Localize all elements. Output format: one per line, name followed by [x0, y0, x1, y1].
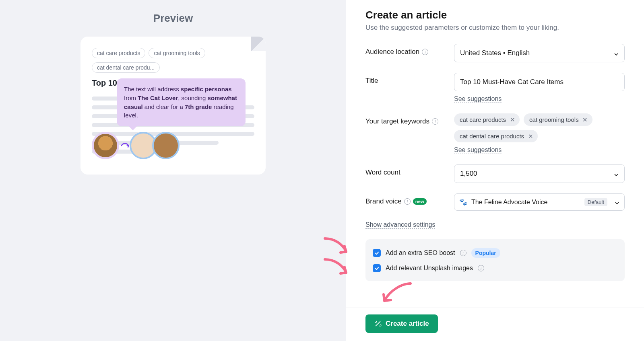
tag-text: cat care products — [460, 116, 506, 123]
label-text: Title — [365, 77, 378, 85]
info-icon[interactable]: i — [478, 265, 484, 271]
avatar-cat — [92, 132, 119, 159]
row-title: Title Top 10 Must-Have Cat Care Items Se… — [365, 73, 625, 103]
tooltip-bold: 7th grade — [185, 103, 212, 110]
chevron-down-icon — [615, 200, 619, 205]
tag-text: cat grooming tools — [529, 116, 579, 123]
label-text: Word count — [365, 168, 400, 177]
select-value: The Feline Advocate Voice — [471, 199, 547, 206]
label-text: Brand voice — [365, 197, 402, 205]
tooltip-bold: The Cat Lover — [138, 94, 178, 101]
unsplash-label: Add relevant Unsplash images — [386, 265, 473, 272]
row-keywords: Your target keywords i cat care products… — [365, 113, 625, 154]
label-audience: Audience location i — [365, 44, 454, 56]
form-panel: Create an article Use the suggested para… — [346, 0, 644, 341]
keywords-suggestions-link[interactable]: See suggestions — [454, 146, 502, 154]
preview-card: cat care products cat grooming tools cat… — [80, 37, 266, 175]
persona-avatars — [92, 132, 180, 159]
wordcount-select[interactable]: 1,500 — [454, 164, 625, 183]
title-suggestions-link[interactable]: See suggestions — [454, 95, 502, 103]
select-value: United States • English — [460, 49, 530, 57]
seo-boost-row: Add an extra SEO boost i Popular — [373, 245, 617, 261]
info-icon[interactable]: i — [432, 118, 438, 125]
page-title: Create an article — [365, 9, 625, 21]
keyword-tag: cat dental care products ✕ — [454, 130, 538, 142]
tag-text: cat dental care products — [460, 133, 524, 140]
tooltip-text: from — [124, 94, 138, 101]
preview-keyword-row: cat dental care produ... — [92, 62, 254, 73]
remove-tag-icon[interactable]: ✕ — [509, 117, 516, 123]
brandvoice-select[interactable]: 🐾 The Feline Advocate Voice Default — [454, 193, 625, 211]
paw-icon: 🐾 — [459, 198, 467, 206]
info-icon[interactable]: i — [404, 198, 411, 205]
advanced-settings-link[interactable]: Show advanced settings — [365, 221, 435, 229]
preview-panel: Preview cat care products cat grooming t… — [0, 0, 346, 341]
row-brandvoice: Brand voice i new 🐾 The Feline Advocate … — [365, 193, 625, 211]
popular-badge: Popular — [471, 248, 500, 258]
title-input[interactable]: Top 10 Must-Have Cat Care Items — [454, 73, 625, 91]
footer-bar: Create article — [346, 308, 644, 333]
seo-boost-label: Add an extra SEO boost — [386, 249, 455, 257]
chevron-down-icon — [614, 171, 619, 176]
magic-wand-icon — [374, 320, 382, 327]
info-icon[interactable]: i — [422, 49, 428, 55]
remove-tag-icon[interactable]: ✕ — [527, 133, 534, 140]
preview-heading: Preview — [0, 12, 346, 25]
unsplash-checkbox[interactable] — [373, 264, 381, 272]
button-label: Create article — [386, 320, 429, 328]
tooltip-text: , sounding — [178, 94, 207, 101]
keyword-tag: cat grooming tools ✕ — [524, 113, 592, 126]
seo-boost-checkbox[interactable] — [373, 249, 381, 257]
boost-options-box: Add an extra SEO boost i Popular Add rel… — [365, 239, 625, 281]
preview-keyword-pill: cat care products — [92, 48, 145, 58]
select-value: 1,500 — [460, 170, 477, 178]
default-chip: Default — [584, 198, 607, 206]
annotation-arrow — [378, 281, 415, 306]
label-keywords: Your target keywords i — [365, 113, 454, 125]
tooltip-bold: specific personas — [181, 86, 232, 92]
row-wordcount: Word count 1,500 — [365, 164, 625, 183]
page-subtitle: Use the suggested parameters or customiz… — [365, 24, 625, 32]
avatar-person — [152, 132, 180, 159]
keyword-tag-container[interactable]: cat care products ✕ cat grooming tools ✕… — [454, 113, 625, 142]
remove-tag-icon[interactable]: ✕ — [582, 117, 588, 123]
label-wordcount: Word count — [365, 164, 454, 177]
preview-keyword-pill: cat dental care produ... — [92, 62, 160, 73]
preview-keyword-row: cat care products cat grooming tools — [92, 48, 254, 58]
info-icon[interactable]: i — [460, 250, 466, 256]
new-badge: new — [413, 198, 427, 205]
tooltip-text: and clear for a — [143, 103, 185, 110]
audience-select[interactable]: United States • English — [454, 44, 625, 62]
persona-tooltip: The text will address specific personas … — [117, 78, 246, 126]
keyword-tag: cat care products ✕ — [454, 113, 520, 126]
input-value: Top 10 Must-Have Cat Care Items — [460, 78, 564, 86]
tooltip-text: The text will address — [124, 86, 181, 92]
chevron-down-icon — [614, 51, 619, 55]
unsplash-row: Add relevant Unsplash images i — [373, 261, 617, 275]
label-text: Your target keywords — [365, 117, 429, 125]
preview-keyword-pill: cat grooming tools — [149, 48, 205, 58]
row-audience: Audience location i United States • Engl… — [365, 44, 625, 62]
label-brandvoice: Brand voice i new — [365, 193, 454, 205]
label-text: Audience location — [365, 48, 419, 56]
label-title: Title — [365, 73, 454, 85]
create-article-button[interactable]: Create article — [365, 314, 438, 333]
